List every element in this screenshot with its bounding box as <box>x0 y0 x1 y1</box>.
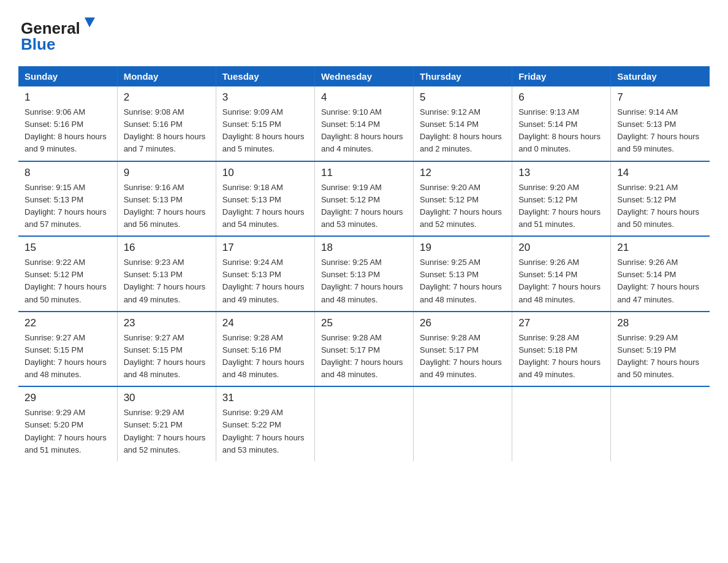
day-number: 23 <box>124 317 210 329</box>
day-number: 26 <box>420 317 506 329</box>
day-cell <box>611 386 710 461</box>
day-cell: 31 Sunrise: 9:29 AM Sunset: 5:22 PM Dayl… <box>216 386 314 461</box>
day-number: 12 <box>420 167 506 179</box>
day-cell: 22 Sunrise: 9:27 AM Sunset: 5:15 PM Dayl… <box>18 312 117 387</box>
day-cell: 24 Sunrise: 9:28 AM Sunset: 5:16 PM Dayl… <box>216 312 314 387</box>
day-cell: 6 Sunrise: 9:13 AM Sunset: 5:14 PM Dayli… <box>512 86 611 161</box>
day-number: 17 <box>222 242 308 254</box>
day-cell: 21 Sunrise: 9:26 AM Sunset: 5:14 PM Dayl… <box>611 236 710 312</box>
day-number: 7 <box>617 91 703 104</box>
day-number: 14 <box>617 167 703 179</box>
day-number: 15 <box>25 242 111 254</box>
header-cell-monday: Monday <box>117 66 216 86</box>
day-info: Sunrise: 9:16 AM Sunset: 5:13 PM Dayligh… <box>124 183 206 229</box>
day-info: Sunrise: 9:29 AM Sunset: 5:20 PM Dayligh… <box>25 408 107 454</box>
day-cell: 2 Sunrise: 9:08 AM Sunset: 5:16 PM Dayli… <box>117 86 216 161</box>
day-info: Sunrise: 9:08 AM Sunset: 5:16 PM Dayligh… <box>124 107 206 153</box>
header-row: SundayMondayTuesdayWednesdayThursdayFrid… <box>18 66 710 86</box>
day-info: Sunrise: 9:29 AM Sunset: 5:19 PM Dayligh… <box>617 333 699 379</box>
day-info: Sunrise: 9:28 AM Sunset: 5:18 PM Dayligh… <box>518 333 601 379</box>
day-cell <box>314 386 413 461</box>
day-info: Sunrise: 9:25 AM Sunset: 5:13 PM Dayligh… <box>321 258 403 304</box>
day-number: 27 <box>518 317 604 329</box>
day-info: Sunrise: 9:27 AM Sunset: 5:15 PM Dayligh… <box>124 333 206 379</box>
day-cell: 1 Sunrise: 9:06 AM Sunset: 5:16 PM Dayli… <box>18 86 117 161</box>
day-cell: 25 Sunrise: 9:28 AM Sunset: 5:17 PM Dayl… <box>314 312 413 387</box>
day-number: 11 <box>321 167 407 179</box>
day-info: Sunrise: 9:26 AM Sunset: 5:14 PM Dayligh… <box>518 258 601 304</box>
day-cell: 30 Sunrise: 9:29 AM Sunset: 5:21 PM Dayl… <box>117 386 216 461</box>
day-info: Sunrise: 9:20 AM Sunset: 5:12 PM Dayligh… <box>518 183 601 229</box>
day-info: Sunrise: 9:28 AM Sunset: 5:17 PM Dayligh… <box>321 333 403 379</box>
day-number: 1 <box>25 91 111 104</box>
day-cell: 20 Sunrise: 9:26 AM Sunset: 5:14 PM Dayl… <box>512 236 611 312</box>
day-info: Sunrise: 9:15 AM Sunset: 5:13 PM Dayligh… <box>25 183 107 229</box>
day-number: 18 <box>321 242 407 254</box>
header-cell-tuesday: Tuesday <box>216 66 314 86</box>
day-cell: 16 Sunrise: 9:23 AM Sunset: 5:13 PM Dayl… <box>117 236 216 312</box>
day-number: 3 <box>222 91 308 104</box>
day-cell: 9 Sunrise: 9:16 AM Sunset: 5:13 PM Dayli… <box>117 161 216 237</box>
week-row-4: 22 Sunrise: 9:27 AM Sunset: 5:15 PM Dayl… <box>18 312 710 387</box>
logo-svg: General Blue <box>18 12 98 55</box>
logo: General Blue <box>18 12 98 55</box>
day-info: Sunrise: 9:23 AM Sunset: 5:13 PM Dayligh… <box>124 258 206 304</box>
day-info: Sunrise: 9:12 AM Sunset: 5:14 PM Dayligh… <box>420 107 502 153</box>
day-cell: 5 Sunrise: 9:12 AM Sunset: 5:14 PM Dayli… <box>414 86 512 161</box>
header-cell-thursday: Thursday <box>414 66 512 86</box>
header-cell-saturday: Saturday <box>611 66 710 86</box>
day-number: 24 <box>222 317 308 329</box>
day-number: 28 <box>617 317 703 329</box>
day-info: Sunrise: 9:09 AM Sunset: 5:15 PM Dayligh… <box>222 107 305 153</box>
day-info: Sunrise: 9:10 AM Sunset: 5:14 PM Dayligh… <box>321 107 403 153</box>
svg-text:Blue: Blue <box>21 35 55 53</box>
day-number: 30 <box>124 392 210 404</box>
day-cell: 11 Sunrise: 9:19 AM Sunset: 5:12 PM Dayl… <box>314 161 413 237</box>
header-cell-wednesday: Wednesday <box>314 66 413 86</box>
day-cell: 18 Sunrise: 9:25 AM Sunset: 5:13 PM Dayl… <box>314 236 413 312</box>
calendar-table: SundayMondayTuesdayWednesdayThursdayFrid… <box>18 66 710 461</box>
day-cell <box>512 386 611 461</box>
day-number: 16 <box>124 242 210 254</box>
day-info: Sunrise: 9:22 AM Sunset: 5:12 PM Dayligh… <box>25 258 107 304</box>
day-number: 21 <box>617 242 703 254</box>
day-info: Sunrise: 9:19 AM Sunset: 5:12 PM Dayligh… <box>321 183 403 229</box>
day-number: 5 <box>420 91 506 104</box>
day-info: Sunrise: 9:28 AM Sunset: 5:16 PM Dayligh… <box>222 333 305 379</box>
day-info: Sunrise: 9:24 AM Sunset: 5:13 PM Dayligh… <box>222 258 305 304</box>
day-number: 13 <box>518 167 604 179</box>
day-cell: 14 Sunrise: 9:21 AM Sunset: 5:12 PM Dayl… <box>611 161 710 237</box>
day-cell: 7 Sunrise: 9:14 AM Sunset: 5:13 PM Dayli… <box>611 86 710 161</box>
day-info: Sunrise: 9:14 AM Sunset: 5:13 PM Dayligh… <box>617 107 699 153</box>
day-number: 9 <box>124 167 210 179</box>
day-cell: 19 Sunrise: 9:25 AM Sunset: 5:13 PM Dayl… <box>414 236 512 312</box>
day-info: Sunrise: 9:26 AM Sunset: 5:14 PM Dayligh… <box>617 258 699 304</box>
header-cell-friday: Friday <box>512 66 611 86</box>
header-cell-sunday: Sunday <box>18 66 117 86</box>
day-info: Sunrise: 9:29 AM Sunset: 5:22 PM Dayligh… <box>222 408 305 454</box>
day-number: 19 <box>420 242 506 254</box>
calendar-body: 1 Sunrise: 9:06 AM Sunset: 5:16 PM Dayli… <box>18 86 710 461</box>
day-info: Sunrise: 9:27 AM Sunset: 5:15 PM Dayligh… <box>25 333 107 379</box>
day-info: Sunrise: 9:13 AM Sunset: 5:14 PM Dayligh… <box>518 107 601 153</box>
day-number: 20 <box>518 242 604 254</box>
day-number: 29 <box>25 392 111 404</box>
day-info: Sunrise: 9:20 AM Sunset: 5:12 PM Dayligh… <box>420 183 502 229</box>
week-row-1: 1 Sunrise: 9:06 AM Sunset: 5:16 PM Dayli… <box>18 86 710 161</box>
day-cell: 27 Sunrise: 9:28 AM Sunset: 5:18 PM Dayl… <box>512 312 611 387</box>
day-number: 25 <box>321 317 407 329</box>
day-info: Sunrise: 9:28 AM Sunset: 5:17 PM Dayligh… <box>420 333 502 379</box>
day-cell: 26 Sunrise: 9:28 AM Sunset: 5:17 PM Dayl… <box>414 312 512 387</box>
day-number: 4 <box>321 91 407 104</box>
day-info: Sunrise: 9:21 AM Sunset: 5:12 PM Dayligh… <box>617 183 699 229</box>
day-number: 31 <box>222 392 308 404</box>
day-cell: 10 Sunrise: 9:18 AM Sunset: 5:13 PM Dayl… <box>216 161 314 237</box>
week-row-5: 29 Sunrise: 9:29 AM Sunset: 5:20 PM Dayl… <box>18 386 710 461</box>
svg-marker-1 <box>85 18 95 28</box>
day-cell: 4 Sunrise: 9:10 AM Sunset: 5:14 PM Dayli… <box>314 86 413 161</box>
day-info: Sunrise: 9:18 AM Sunset: 5:13 PM Dayligh… <box>222 183 305 229</box>
day-number: 6 <box>518 91 604 104</box>
day-info: Sunrise: 9:06 AM Sunset: 5:16 PM Dayligh… <box>25 107 107 153</box>
day-info: Sunrise: 9:29 AM Sunset: 5:21 PM Dayligh… <box>124 408 206 454</box>
day-number: 2 <box>124 91 210 104</box>
